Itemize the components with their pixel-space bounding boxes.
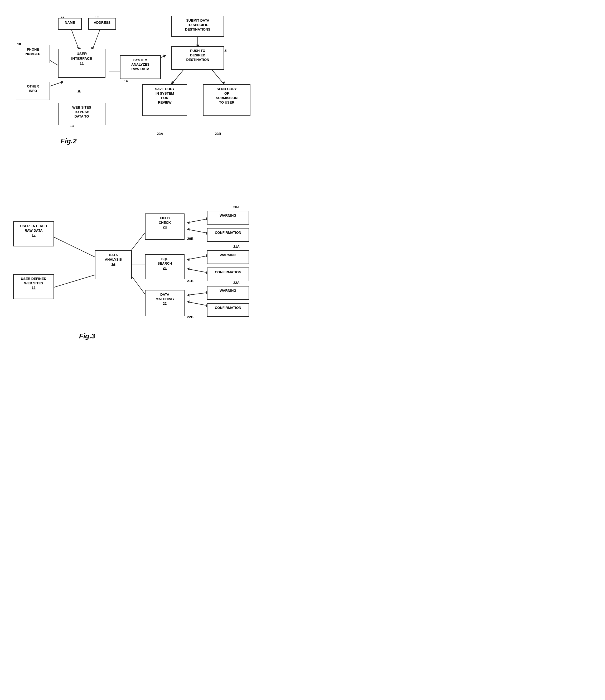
svg-line-18 — [211, 69, 224, 84]
svg-line-4 — [71, 29, 79, 50]
svg-line-16 — [171, 69, 185, 84]
web-sites-box-fig2: WEB SITESTO PUSHDATA TO — [58, 103, 105, 125]
field-check-box: FIELDCHECK20 — [145, 214, 185, 240]
system-analyzes-box: SYSTEMANALYZESRAW DATA — [120, 55, 161, 79]
ref-21a: 21A — [233, 245, 240, 249]
warning-22a-box: WARNING — [207, 286, 249, 300]
svg-marker-9 — [77, 90, 81, 92]
confirmation-21b-box: CONFIRMATION — [207, 268, 249, 281]
svg-line-6 — [92, 29, 100, 50]
data-analysis-box: DATAANALYSIS14 — [95, 250, 132, 279]
svg-marker-36 — [187, 228, 189, 231]
user-entered-box: USER ENTEREDRAW DATA12 — [13, 221, 54, 246]
other-info-box: OTHERINFO — [16, 82, 50, 100]
svg-line-43 — [187, 293, 208, 295]
svg-marker-45 — [187, 294, 189, 297]
confirmation-22b-box: CONFIRMATION — [207, 303, 249, 317]
ref-22a-label: 22A — [233, 281, 240, 285]
submit-data-box: SUBMIT DATATO SPECIFICDESTINATIONS — [171, 16, 224, 37]
svg-line-34 — [187, 229, 208, 233]
svg-marker-19 — [222, 82, 225, 84]
phone-number-box: PHONENUMBER — [16, 45, 50, 63]
push-to-box: PUSH TODESIREDDESTINATION — [171, 46, 224, 70]
ref-21b: 21B — [187, 279, 193, 283]
svg-line-20 — [54, 237, 98, 258]
confirmation-20b-box: CONFIRMATION — [207, 228, 249, 242]
svg-line-31 — [187, 219, 208, 223]
ref-20a: 20A — [233, 205, 240, 209]
fig2-label: Fig.2 — [60, 137, 77, 145]
svg-marker-48 — [187, 300, 189, 303]
fig3-diagram: 20A 20B 21A 21B 22B 22A 23B USER ENTERED… — [8, 177, 295, 361]
ref-20b: 20B — [187, 237, 193, 241]
svg-marker-39 — [187, 258, 189, 261]
svg-marker-13 — [164, 55, 166, 57]
svg-line-46 — [187, 302, 208, 306]
svg-marker-3 — [60, 81, 63, 84]
svg-marker-17 — [171, 81, 174, 84]
svg-marker-42 — [187, 268, 189, 270]
ref-22b: 22B — [187, 315, 193, 319]
user-interface-box: USERINTERFACE11 — [58, 49, 105, 78]
warning-20a-box: WARNING — [207, 211, 249, 225]
fig2-diagram: 18 19 13 14 15 16 17 23A 23B NAME ADDRES… — [8, 8, 295, 161]
svg-line-37 — [187, 256, 208, 259]
sql-search-box: SQLSEARCH21 — [145, 254, 185, 279]
svg-line-40 — [187, 269, 208, 273]
ref-14-fig2: 14 — [124, 79, 127, 83]
name-box: NAME — [58, 18, 82, 30]
ref-23a: 23A — [157, 132, 163, 136]
data-matching-box: DATAMATCHING22 — [145, 290, 185, 316]
ref-23b-fig2: 23B — [215, 132, 221, 136]
send-copy-box: SEND COPYOFSUBMISSIONTO USER — [203, 84, 250, 116]
user-defined-box: USER DEFINEDWEB SITES13 — [13, 274, 54, 299]
save-copy-box: SAVE COPYIN SYSTEMFORREVIEW — [142, 84, 187, 116]
svg-marker-33 — [187, 221, 189, 224]
svg-line-22 — [54, 274, 98, 287]
fig3-label: Fig.3 — [79, 332, 95, 340]
warning-21a-box: WARNING — [207, 250, 249, 264]
address-box: ADDRESS — [88, 18, 116, 30]
